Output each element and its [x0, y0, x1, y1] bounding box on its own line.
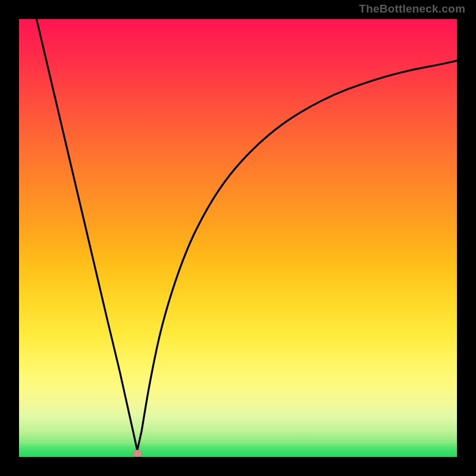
watermark-text: TheBottleneck.com — [359, 2, 465, 15]
bottleneck-curve — [36, 19, 457, 450]
plot-frame — [19, 19, 457, 457]
curve-layer — [19, 19, 457, 457]
minimum-marker — [133, 450, 142, 457]
